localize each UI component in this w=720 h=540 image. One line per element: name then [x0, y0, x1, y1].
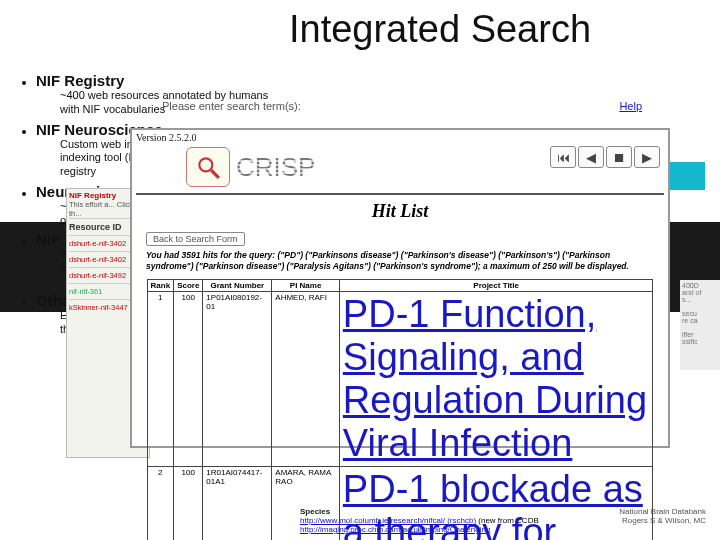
col-pi: PI Name	[272, 280, 340, 292]
cell-pi: AMARA, RAMA RAO	[272, 467, 340, 540]
crisp-search-window: Please enter search term(s): Help Versio…	[130, 128, 670, 448]
slide: Integrated Search 400Dand ofs...secure c…	[0, 0, 720, 540]
col-title: Project Title	[339, 280, 653, 292]
cell-rank: 2	[147, 467, 174, 540]
cell-grant: 1P01AI080192-01	[203, 292, 272, 467]
table-row: 11001P01AI080192-01AHMED, RAFIPD-1 Funct…	[147, 292, 653, 467]
hit-list-title: Hit List	[136, 201, 664, 222]
svg-line-1	[211, 170, 219, 178]
prev-button[interactable]: ◀	[578, 146, 604, 168]
svg-point-0	[199, 158, 212, 171]
decorative-right-patch: 400Dand ofs...secure caifferssific	[680, 280, 720, 370]
cell-grant: 1R01AI074417-01A1	[203, 467, 272, 540]
next-button[interactable]: ▶	[634, 146, 660, 168]
slide-title: Integrated Search	[0, 0, 720, 61]
col-score: Score	[174, 280, 203, 292]
cell-pi: AHMED, RAFI	[272, 292, 340, 467]
col-grant: Grant Number	[203, 280, 272, 292]
crisp-logo: CRISP	[236, 152, 315, 183]
cell-title[interactable]: PD-1 Function, Signaling, and Regulation…	[339, 292, 653, 467]
bullet-heading: NIF Registry	[36, 72, 124, 89]
search-prompt: Please enter search term(s):	[162, 100, 301, 112]
window-controls: ⏮ ◀ ⏹ ▶	[550, 146, 660, 168]
query-summary: You had 3591 hits for the query: ("PD") …	[136, 246, 664, 275]
back-to-search-button[interactable]: Back to Search Form	[146, 232, 245, 246]
cell-score: 100	[174, 467, 203, 540]
cell-title[interactable]: PD-1 blockade as a therapy for SIV/AIDS	[339, 467, 653, 540]
version-label: Version 2.5.2.0	[136, 132, 664, 143]
cell-rank: 1	[147, 292, 174, 467]
help-link[interactable]: Help	[619, 100, 642, 112]
first-button[interactable]: ⏮	[550, 146, 576, 168]
magnifier-icon	[186, 147, 230, 187]
stop-button[interactable]: ⏹	[606, 146, 632, 168]
col-rank: Rank	[147, 280, 174, 292]
cell-score: 100	[174, 292, 203, 467]
table-row: 21001R01AI074417-01A1AMARA, RAMA RAOPD-1…	[147, 467, 653, 540]
results-table: Rank Score Grant Number PI Name Project …	[147, 279, 654, 540]
